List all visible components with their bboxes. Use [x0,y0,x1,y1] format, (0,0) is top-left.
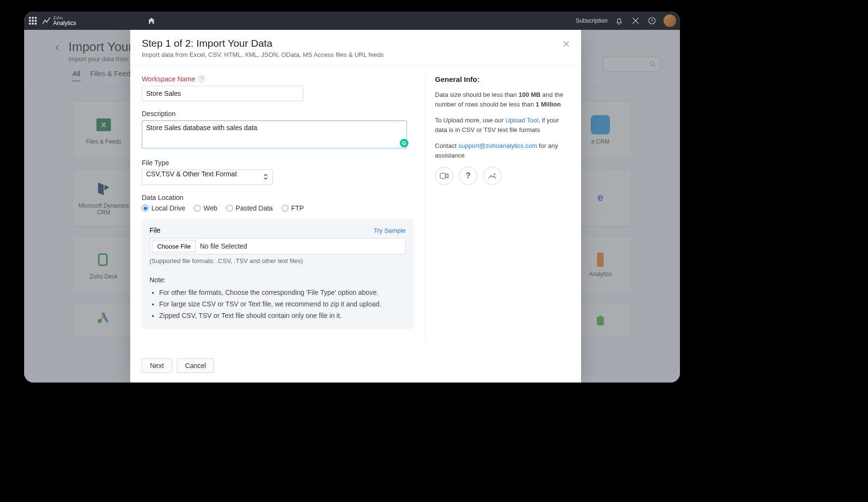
video-help-icon[interactable] [435,167,453,185]
grammarly-icon[interactable]: G [400,139,408,147]
file-input[interactable]: Choose File No file Selected [149,238,406,254]
analytics-logo-icon [41,16,51,26]
radio-web-label: Web [203,204,217,212]
choose-file-button[interactable]: Choose File [152,240,196,252]
radio-ftp-label: FTP [291,204,304,212]
supported-formats-hint: (Supported file formats: .CSV, .TSV and … [149,257,406,264]
help-icon[interactable]: ? [647,16,657,26]
avatar[interactable] [664,14,676,27]
cancel-button[interactable]: Cancel [177,358,215,373]
note-title: Note: [149,276,406,284]
upload-tool-link[interactable]: Upload Tool [505,117,538,124]
info-l2a: To Upload more, use our [435,117,505,124]
brand-logo[interactable]: Zoho Analytics [41,16,76,26]
radio-local-label: Local Drive [151,204,185,212]
note-item: For large size CSV or TSV or Text file, … [159,298,406,310]
info-l1d: 1 Million [536,101,561,108]
tools-icon[interactable] [631,16,640,26]
file-upload-panel: File Try Sample Choose File No file Sele… [142,219,413,329]
file-label: File [149,226,161,234]
dataloc-radio-group: Local Drive Web Pasted Data FTP [142,204,413,212]
info-line-3: Contact support@zohoanalytics.com for an… [435,141,570,160]
page: Import Your Data Import your data from a… [24,30,680,383]
info-l1a: Data size should be less than [435,91,518,98]
modal-subtitle: Import data from Excel, CSV, HTML, XML, … [142,51,570,58]
next-button[interactable]: Next [142,358,172,373]
org-building-icon[interactable] [148,17,155,25]
general-info-panel: General Info: Data size should be less t… [425,75,570,341]
note-item: For other file formats, Choose the corre… [159,287,406,298]
file-selected-text: No file Selected [196,242,247,250]
note-list: For other file formats, Choose the corre… [149,287,406,321]
bell-icon[interactable] [614,16,624,26]
info-l3a: Contact [435,142,458,149]
info-line-2: To Upload more, use our Upload Tool, if … [435,116,570,134]
dataloc-label: Data Location [142,194,413,201]
subscription-link[interactable]: Subscription [576,17,608,24]
radio-pasted-label: Pasted Data [236,204,273,212]
faq-help-icon[interactable]: ? [459,167,477,185]
filetype-label: File Type [142,159,413,167]
apps-launcher-icon[interactable] [28,16,38,26]
brand-name: Analytics [53,20,76,26]
modal-header: Step 1 of 2: Import Your Data Import dat… [130,30,581,66]
import-modal: Step 1 of 2: Import Your Data Import dat… [130,30,581,383]
info-heading: General Info: [435,75,570,83]
info-line-1: Data size should be less than 100 MB and… [435,90,570,109]
help-icon[interactable]: ? [198,76,205,82]
radio-web[interactable]: Web [194,204,217,212]
workspace-name-label-text: Workspace Name [142,75,195,83]
workspace-name-input[interactable] [142,86,303,101]
image-help-icon[interactable] [483,167,502,185]
note-item: Zipped CSV, TSV or Text file should cont… [159,310,406,321]
radio-ftp[interactable]: FTP [282,204,304,212]
svg-text:?: ? [651,18,653,23]
modal-footer: Next Cancel [130,351,581,383]
radio-local-drive[interactable]: Local Drive [142,204,185,212]
workspace-name-label: Workspace Name ? [142,75,413,83]
modal-title: Step 1 of 2: Import Your Data [142,38,570,49]
description-label: Description [142,110,413,118]
topbar: Zoho Analytics Subscription ? [24,12,680,30]
description-textarea[interactable] [142,120,407,148]
try-sample-link[interactable]: Try Sample [374,227,406,234]
radio-pasted[interactable]: Pasted Data [226,204,273,212]
filetype-select[interactable]: CSV,TSV & Other Text Format [142,170,273,185]
svg-point-8 [494,173,495,175]
info-l1b: 100 MB [518,91,541,98]
support-email-link[interactable]: support@zohoanalytics.com [458,142,537,149]
close-icon[interactable] [562,40,571,49]
svg-rect-7 [440,173,446,179]
